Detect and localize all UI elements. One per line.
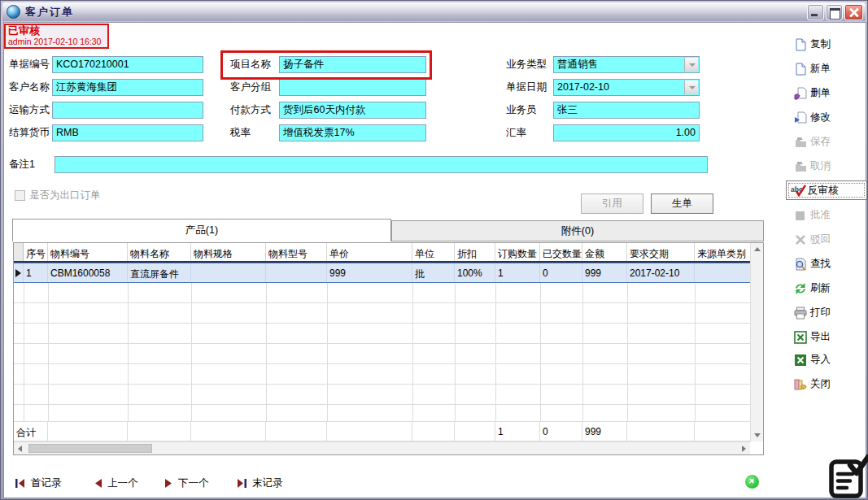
export-order-checkbox-row: 是否为出口订单 [15,189,101,202]
cell-due-date: 2017-02-10 [627,263,695,282]
save-button: 保存 [794,133,831,150]
transport-label: 运输方式 [9,102,50,119]
tab-attachments[interactable]: 附件(0) [391,220,764,241]
unapprove-button[interactable]: abc 反审核 [787,182,866,198]
minimize-button[interactable] [807,4,824,20]
col-header-amount[interactable]: 金额 [582,243,627,261]
currency-field[interactable]: RMB [52,124,203,141]
grid-header-row: 序号 物料编号 物料名称 物料规格 物料型号 单价 单位 折扣 订购数量 已交数… [14,243,750,263]
approve-button: 批准 [794,207,831,224]
table-row[interactable]: 1 CBM1600058 直流屏备件 999 批 100% 1 0 999 20… [14,263,750,283]
grid-main: 序号 物料编号 物料名称 物料规格 物料型号 单价 单位 折扣 订购数量 已交数… [14,243,750,441]
col-header-item-code[interactable]: 物料编号 [48,243,128,261]
grid-empty-rows [14,283,750,421]
search-button[interactable]: 查找 [794,255,831,272]
transport-field[interactable] [52,102,203,119]
total-amount: 999 [582,422,627,441]
customer-order-window: 客户订单 已审核 admin 2017-02-10 16:30 单据编号 KCO… [0,0,868,500]
delete-order-button[interactable]: 删单 [794,85,831,102]
first-record-icon [15,479,26,488]
currency-label: 结算货币 [9,124,50,141]
remark1-field[interactable] [55,156,708,173]
scroll-up-icon[interactable] [751,243,764,256]
doc-date-select[interactable]: 2017-02-10 [553,79,700,96]
close-window-button[interactable]: 关闭 [794,376,831,393]
total-ordered: 1 [495,422,540,441]
col-header-model[interactable]: 物料型号 [266,243,327,261]
new-order-button[interactable]: 新单 [794,60,831,77]
col-header-unit-price[interactable]: 单价 [327,243,412,261]
next-record-button[interactable]: 下一个 [164,474,209,492]
last-record-button[interactable]: 末记录 [236,474,283,492]
close-button[interactable] [844,4,863,20]
cell-seq: 1 [24,263,48,282]
scroll-left-icon[interactable] [14,442,27,455]
maximize-button[interactable] [826,4,843,20]
previous-record-icon [94,479,103,488]
customer-field[interactable]: 江苏黄海集团 [52,79,203,96]
last-record-icon [236,479,247,488]
payment-label: 付款方式 [230,102,271,119]
cell-item-code: CBM1600058 [48,263,128,282]
cell-model [266,263,327,282]
window-title: 客户订单 [25,5,74,20]
col-header-spec[interactable]: 物料规格 [191,243,266,261]
cell-item-name: 直流屏备件 [128,263,191,282]
horizontal-scrollbar[interactable] [14,441,750,454]
col-header-discount[interactable]: 折扣 [455,243,495,261]
generate-order-button[interactable]: 生单 [651,193,713,214]
cancel-button: 取消 [794,158,831,175]
salesman-field[interactable]: 张三 [553,102,700,119]
approved-status: 已审核 [8,25,105,37]
col-header-source-type[interactable]: 来源单类别 [695,243,750,261]
refresh-button[interactable]: 刷新 [794,280,831,297]
scroll-right-icon[interactable] [737,442,750,455]
modify-button[interactable]: 修改 [794,109,831,126]
salesman-label: 业务员 [506,102,537,119]
grid-selector-header [14,243,24,261]
status-ok-icon [745,475,759,489]
cell-ordered: 1 [495,263,540,282]
doc-date-label: 单据日期 [506,79,547,96]
tab-products[interactable]: 产品(1) [12,219,391,241]
doc-date-dropdown-icon[interactable] [684,80,698,94]
col-header-item-name[interactable]: 物料名称 [128,243,191,261]
col-header-due-date[interactable]: 要求交期 [627,243,695,261]
grid-total-row: 合计 1 0 999 [14,421,750,441]
reference-button: 引用 [581,193,643,214]
previous-record-button[interactable]: 上一个 [94,474,138,492]
print-button[interactable]: 打印 [794,304,831,321]
customer-label: 客户名称 [9,79,50,96]
excel-export-icon [794,331,807,344]
payment-field[interactable]: 货到后60天内付款 [279,102,426,119]
first-record-button[interactable]: 首记录 [15,474,62,492]
window-content: 已审核 admin 2017-02-10 16:30 单据编号 KCO17021… [3,22,866,498]
printer-icon [794,307,807,320]
exchange-rate-field[interactable]: 1.00 [553,124,700,141]
vertical-scrollbar[interactable] [750,243,763,441]
tax-field[interactable]: 增值税发票17% [279,124,426,141]
customer-group-label: 客户分组 [230,79,271,96]
copy-button[interactable]: 复制 [794,36,831,53]
import-button[interactable]: 导入 [794,351,831,368]
col-header-delivered[interactable]: 已交数量 [540,243,582,261]
customer-group-field[interactable] [279,79,426,96]
doc-no-label: 单据编号 [9,56,50,73]
cell-delivered: 0 [540,263,582,282]
biz-type-select[interactable]: 普通销售 [553,56,700,73]
project-field[interactable]: 扬子备件 [279,56,426,73]
export-button[interactable]: 导出 [794,328,831,346]
col-header-ordered[interactable]: 订购数量 [495,243,540,261]
edit-document-icon [794,111,807,124]
cell-unit-price: 999 [327,263,412,282]
col-header-seq[interactable]: 序号 [24,243,48,261]
titlebar[interactable]: 客户订单 [2,2,866,21]
save-icon [794,136,807,149]
biz-type-dropdown-icon[interactable] [684,58,698,72]
col-header-unit[interactable]: 单位 [412,243,455,261]
scroll-down-icon[interactable] [751,428,764,441]
approved-byline: admin 2017-02-10 16:30 [8,37,105,47]
horizontal-scroll-thumb[interactable] [28,444,152,453]
doc-no-field[interactable]: KCO170210001 [52,56,203,73]
cell-discount: 100% [455,263,495,282]
